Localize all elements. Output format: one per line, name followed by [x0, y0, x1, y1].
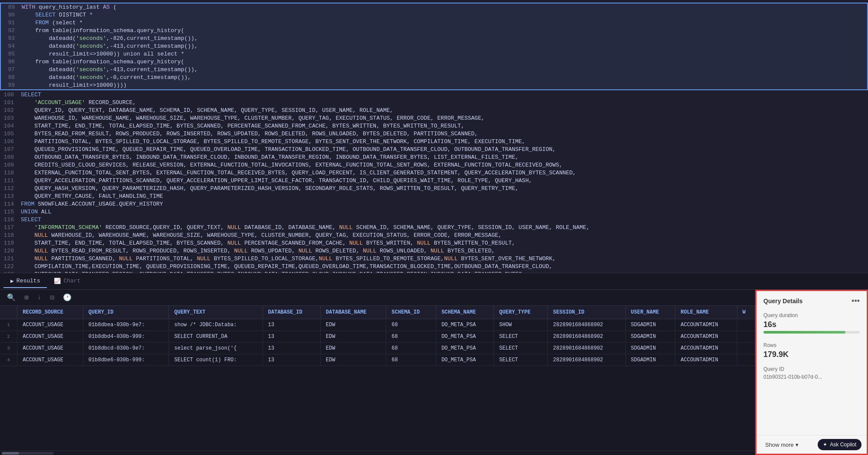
table-cell: 01b8dbe6-030b-999: — [83, 354, 169, 366]
table-header-cell[interactable]: QUERY_TYPE — [494, 306, 548, 319]
table-cell: DO_META_PSA — [436, 343, 494, 354]
table-header-cell[interactable]: SESSION_ID — [548, 306, 625, 319]
code-line: 117 'INFORMATION_SCHEMA' RECORD_SOURCE,Q… — [0, 224, 868, 232]
line-number: 122 — [0, 263, 21, 271]
table-cell: 13 — [263, 319, 320, 331]
code-line: 102 QUERY_ID, QUERY_TEXT, DATABASE_NAME,… — [0, 107, 868, 115]
table-header-cell[interactable] — [0, 306, 17, 319]
duration-label: Query duration — [763, 312, 860, 318]
tab-results[interactable]: ▶ Results — [3, 275, 47, 288]
line-number: 93 — [1, 35, 22, 43]
table-header-cell[interactable]: W — [737, 306, 755, 319]
line-content: NULL WAREHOUSE_ID, WAREHOUSE_NAME, WAREH… — [21, 232, 868, 239]
line-number: 101 — [0, 99, 21, 107]
query-details-more-button[interactable]: ••• — [852, 296, 860, 305]
show-more-label: Show more — [765, 442, 794, 448]
table-cell: SDGADMIN — [625, 343, 675, 354]
columns-icon[interactable]: ⊞ — [23, 291, 30, 304]
row-number: 3 — [0, 343, 17, 354]
line-content: EXTERNAL_FUNCTION_TOTAL_SENT_BYTES, EXTE… — [21, 169, 868, 177]
line-content: BYTES_READ_FROM_RESULT, ROWS_PRODUCED, R… — [21, 130, 868, 138]
row-number: 2 — [0, 331, 17, 343]
code-line: 121 NULL PARTITIONS_SCANNED, NULL PARTIT… — [0, 255, 868, 263]
table-cell: SELECT — [494, 343, 548, 354]
line-content: result_limit=>10000)))) — [22, 82, 867, 89]
table-cell: 68 — [386, 343, 436, 354]
split-icon[interactable]: ⊡ — [48, 291, 56, 304]
line-content: QUERY_ID, QUERY_TEXT, DATABASE_NAME, SCH… — [21, 107, 868, 115]
table-row[interactable]: 3ACCOUNT_USAGE01b8dbcd-030b-9e7:select p… — [0, 343, 755, 354]
table-cell: SELECT — [494, 354, 548, 366]
line-number: 98 — [1, 74, 22, 82]
table-header-cell[interactable]: USER_NAME — [625, 306, 675, 319]
code-line: 115UNION ALL — [0, 208, 868, 216]
results-table-container[interactable]: RECORD_SOURCEQUERY_IDQUERY_TEXTDATABASE_… — [0, 306, 755, 451]
table-header-cell[interactable]: DATABASE_ID — [263, 306, 320, 319]
code-line: 110 EXTERNAL_FUNCTION_TOTAL_SENT_BYTES, … — [0, 169, 868, 177]
line-number: 96 — [1, 58, 22, 66]
line-number: 109 — [0, 161, 21, 169]
query-details-footer: Show more ▾ ✦ Ask Copilot — [756, 435, 867, 454]
code-line: 118 NULL WAREHOUSE_ID, WAREHOUSE_NAME, W… — [0, 232, 868, 239]
scrollbar-thumb[interactable] — [2, 452, 19, 455]
line-number: 123 — [0, 271, 21, 273]
clock-icon[interactable]: 🕐 — [61, 291, 73, 304]
results-table: RECORD_SOURCEQUERY_IDQUERY_TEXTDATABASE_… — [0, 306, 755, 366]
line-content: FROM SNOWFLAKE.ACCOUNT_USAGE.QUERY_HISTO… — [21, 200, 868, 208]
table-cell: SDGADMIN — [625, 319, 675, 331]
code-line: 91 FROM (select * — [1, 19, 867, 27]
table-cell: ACCOUNT_USAGE — [17, 319, 83, 331]
line-number: 118 — [0, 232, 21, 239]
table-header-cell[interactable]: QUERY_ID — [83, 306, 169, 319]
download-icon[interactable]: ↓ — [36, 292, 43, 303]
table-cell: DO_META_PSA — [436, 354, 494, 366]
line-content: from table(information_schema.query_hist… — [22, 58, 867, 66]
show-more-button[interactable]: Show more ▾ — [762, 440, 802, 450]
rows-row: Rows 179.9K — [756, 339, 867, 363]
code-line: 112 QUERY_HASH_VERSION, QUERY_PARAMETERI… — [0, 185, 868, 193]
scrollbar-track[interactable] — [2, 452, 54, 455]
line-content: SELECT — [21, 216, 868, 224]
code-line: 122 COMPILATION_TIME,EXECUTION_TIME, QUE… — [0, 263, 868, 271]
line-number: 99 — [1, 82, 22, 89]
table-row[interactable]: 4ACCOUNT_USAGE01b8dbe6-030b-999:SELECT c… — [0, 354, 755, 366]
line-content: PARTITIONS_TOTAL, BYTES_SPILLED_TO_LOCAL… — [21, 138, 868, 146]
table-cell: 68 — [386, 331, 436, 343]
line-content: WAREHOUSE_ID, WAREHOUSE_NAME, WAREHOUSE_… — [21, 115, 868, 122]
line-content: 'INFORMATION_SCHEMA' RECORD_SOURCE,QUERY… — [21, 224, 868, 232]
line-content: NULL BYTES_READ_FROM_RESULT, ROWS_PRODUC… — [21, 247, 868, 255]
table-cell: SELECT — [494, 331, 548, 343]
scrollbar-area[interactable] — [0, 451, 755, 455]
table-row[interactable]: 2ACCOUNT_USAGE01b8dbd4-030b-999:SELECT C… — [0, 331, 755, 343]
selection-box: 89WITH query_history_last AS (90 SELECT … — [0, 3, 868, 90]
table-cell — [737, 354, 755, 366]
line-content: WITH query_history_last AS ( — [22, 3, 867, 11]
table-header-cell[interactable]: ROLE_NAME — [675, 306, 737, 319]
table-header-cell[interactable]: RECORD_SOURCE — [17, 306, 83, 319]
line-content: COMPILATION_TIME,EXECUTION_TIME, QUEUED_… — [21, 263, 868, 271]
table-header-cell[interactable]: SCHEMA_NAME — [436, 306, 494, 319]
table-cell: SDGADMIN — [625, 331, 675, 343]
table-header-cell[interactable]: QUERY_TEXT — [169, 306, 263, 319]
line-content: dateadd('seconds',-413,current_timestamp… — [22, 43, 867, 50]
chart-icon: 📈 — [54, 278, 61, 285]
table-header-cell[interactable]: DATABASE_NAME — [320, 306, 386, 319]
copilot-icon: ✦ — [823, 442, 827, 448]
table-cell: show /* JDBC:Databa: — [169, 319, 263, 331]
table-cell: 2828901684868902 — [548, 319, 625, 331]
line-number: 92 — [1, 27, 22, 35]
table-cell: SELECT CURRENT_DA — [169, 331, 263, 343]
rows-label: Rows — [763, 342, 860, 348]
search-icon[interactable]: 🔍 — [5, 291, 17, 304]
tab-chart[interactable]: 📈 Chart — [47, 275, 87, 288]
table-header-cell[interactable]: SCHEMA_ID — [386, 306, 436, 319]
ask-copilot-button[interactable]: ✦ Ask Copilot — [818, 439, 861, 450]
duration-progress — [763, 331, 860, 334]
table-row[interactable]: 1ACCOUNT_USAGE01b8dbea-030b-9e7:show /* … — [0, 319, 755, 331]
line-number: 90 — [1, 11, 22, 19]
code-line: 105 BYTES_READ_FROM_RESULT, ROWS_PRODUCE… — [0, 130, 868, 138]
line-number: 95 — [1, 50, 22, 58]
line-number: 97 — [1, 66, 22, 74]
table-cell: 01b8dbd4-030b-999: — [83, 331, 169, 343]
line-number: 107 — [0, 146, 21, 154]
